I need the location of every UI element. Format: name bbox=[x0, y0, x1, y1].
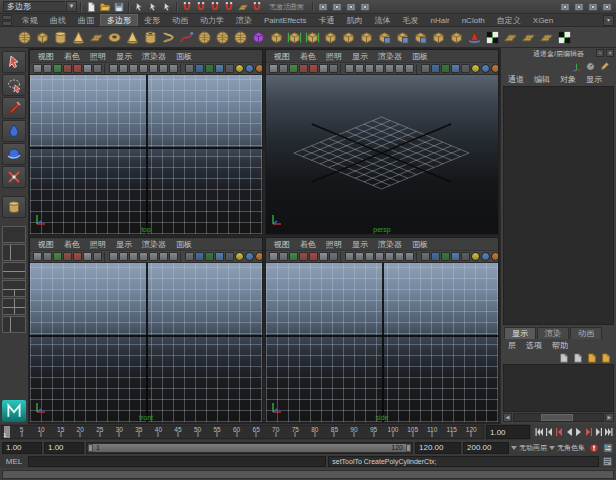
select-camera-icon[interactable] bbox=[269, 64, 278, 73]
ipr-render-icon[interactable] bbox=[344, 0, 357, 13]
scale-tool[interactable] bbox=[2, 166, 26, 188]
viewport-menu-面板[interactable]: 面板 bbox=[407, 239, 433, 250]
snap-grid-icon[interactable] bbox=[180, 0, 193, 13]
scroll-left-icon[interactable]: ◀ bbox=[503, 413, 512, 422]
save-scene-icon[interactable] bbox=[112, 0, 125, 13]
shelf-tab-曲面[interactable]: 曲面 bbox=[72, 14, 100, 26]
grease-pencil-icon[interactable] bbox=[93, 252, 102, 261]
status-separator[interactable] bbox=[310, 1, 315, 13]
shelf-options-icon[interactable]: ▾ bbox=[603, 15, 614, 26]
viewport-canvas-top[interactable]: top bbox=[30, 75, 262, 234]
time-slider[interactable]: 1 51015202530354045505560657075808590951… bbox=[1, 425, 484, 439]
smooth-shade-icon[interactable] bbox=[119, 252, 128, 261]
multisample-icon[interactable] bbox=[421, 252, 430, 261]
command-input[interactable] bbox=[28, 456, 326, 467]
empty-layer-icon[interactable] bbox=[571, 351, 584, 364]
select-hierarchy-icon[interactable] bbox=[132, 0, 145, 13]
lock-camera-icon[interactable] bbox=[279, 64, 288, 73]
three-pane-layout[interactable] bbox=[2, 280, 26, 297]
polygon-plane-icon[interactable] bbox=[88, 29, 105, 46]
viewport-menu-着色[interactable]: 着色 bbox=[59, 51, 85, 62]
viewport-menu-视图[interactable]: 视图 bbox=[33, 51, 59, 62]
script-editor-icon[interactable] bbox=[601, 455, 614, 468]
bookmark-icon[interactable] bbox=[63, 252, 72, 261]
wireframe-icon[interactable] bbox=[345, 64, 354, 73]
shelf-tab-肌肉[interactable]: 肌肉 bbox=[341, 14, 369, 26]
go-to-start-button[interactable] bbox=[534, 426, 543, 438]
exposure-icon[interactable] bbox=[481, 252, 490, 261]
channel-box-menu-通道[interactable]: 通道 bbox=[503, 74, 529, 85]
viewport-menu-显示[interactable]: 显示 bbox=[111, 51, 137, 62]
2d-pan-zoom-icon[interactable] bbox=[83, 64, 92, 73]
current-time-field[interactable]: 1.00 bbox=[486, 425, 530, 439]
lasso-tool[interactable] bbox=[2, 74, 26, 96]
layer-menu-选项[interactable]: 选项 bbox=[521, 340, 547, 351]
playback-end-field[interactable]: 120.00 bbox=[415, 442, 461, 454]
resolution-gate-icon[interactable] bbox=[451, 252, 460, 261]
viewport-pane-front[interactable]: 视图着色照明显示渲染器面板front bbox=[29, 237, 263, 423]
move-layer-icon[interactable] bbox=[557, 351, 570, 364]
exposure-icon[interactable] bbox=[245, 64, 254, 73]
shadows-icon[interactable] bbox=[149, 252, 158, 261]
boolean-intersection-icon[interactable] bbox=[412, 29, 429, 46]
camera-attributes-icon[interactable] bbox=[53, 252, 62, 261]
step-forward-frame-button[interactable] bbox=[594, 426, 603, 438]
outliner-persp-layout[interactable] bbox=[2, 316, 26, 333]
channel-box-menu-显示[interactable]: 显示 bbox=[581, 74, 607, 85]
shelf-tab-渲染[interactable]: 渲染 bbox=[230, 14, 258, 26]
menu-set-arrow-icon[interactable]: ▼ bbox=[66, 1, 77, 12]
mirror-geometry-icon[interactable] bbox=[484, 29, 501, 46]
open-scene-icon[interactable] bbox=[98, 0, 111, 13]
poly-cylinder-tool[interactable] bbox=[2, 196, 26, 218]
viewport-menu-渲染器[interactable]: 渲染器 bbox=[373, 239, 407, 250]
viewport-pane-persp[interactable]: 视图着色照明显示渲染器面板persp bbox=[265, 49, 499, 235]
smooth-shade-icon[interactable] bbox=[119, 64, 128, 73]
viewport-menu-显示[interactable]: 显示 bbox=[111, 239, 137, 250]
2d-pan-zoom-icon[interactable] bbox=[319, 64, 328, 73]
xray-icon[interactable] bbox=[441, 64, 450, 73]
shadows-icon[interactable] bbox=[385, 252, 394, 261]
image-plane-icon[interactable] bbox=[73, 64, 82, 73]
separate-icon[interactable] bbox=[304, 29, 321, 46]
field-chart-icon[interactable] bbox=[471, 64, 480, 73]
multisample-icon[interactable] bbox=[185, 64, 194, 73]
boolean-union-icon[interactable] bbox=[376, 29, 393, 46]
layer-menu-帮助[interactable]: 帮助 bbox=[547, 340, 573, 351]
close-icon[interactable]: × bbox=[606, 49, 614, 57]
ambient-occlusion-icon[interactable] bbox=[159, 252, 168, 261]
viewport-pane-side[interactable]: 视图着色照明显示渲染器面板side bbox=[265, 237, 499, 423]
textured-icon[interactable] bbox=[365, 64, 374, 73]
shelf-tab-nCloth[interactable]: nCloth bbox=[456, 14, 491, 26]
uv-planar-mapping-icon[interactable] bbox=[502, 29, 519, 46]
speed-state-icon[interactable] bbox=[584, 60, 597, 73]
resolution-gate-icon[interactable] bbox=[215, 64, 224, 73]
layer-tab-动画[interactable]: 动画 bbox=[570, 327, 602, 339]
2d-pan-zoom-icon[interactable] bbox=[83, 252, 92, 261]
isolate-select-icon[interactable] bbox=[431, 64, 440, 73]
add-divisions-icon[interactable] bbox=[214, 29, 231, 46]
bookmark-icon[interactable] bbox=[63, 64, 72, 73]
step-back-frame-button[interactable] bbox=[544, 426, 553, 438]
camera-attributes-icon[interactable] bbox=[53, 64, 62, 73]
gate-mask-icon[interactable] bbox=[225, 64, 234, 73]
gamma-icon[interactable] bbox=[491, 64, 498, 73]
step-back-key-button[interactable] bbox=[554, 426, 563, 438]
use-all-lights-icon[interactable] bbox=[139, 252, 148, 261]
lock-camera-icon[interactable] bbox=[43, 64, 52, 73]
select-component-icon[interactable] bbox=[160, 0, 173, 13]
viewport-menu-视图[interactable]: 视图 bbox=[269, 51, 295, 62]
scrollbar-track[interactable] bbox=[513, 413, 604, 422]
camera-attributes-icon[interactable] bbox=[289, 252, 298, 261]
menu-set-selector[interactable]: 多边形 bbox=[3, 1, 65, 12]
channel-box-list[interactable] bbox=[503, 86, 614, 325]
smooth-shade-icon[interactable] bbox=[355, 252, 364, 261]
play-backwards-button[interactable] bbox=[564, 426, 573, 438]
viewport-menu-渲染器[interactable]: 渲染器 bbox=[137, 51, 171, 62]
smooth-mesh-icon[interactable] bbox=[196, 29, 213, 46]
select-camera-icon[interactable] bbox=[269, 252, 278, 261]
range-slider-track[interactable]: 1 120 bbox=[86, 442, 413, 454]
bookmark-icon[interactable] bbox=[299, 252, 308, 261]
viewport-menu-视图[interactable]: 视图 bbox=[33, 239, 59, 250]
gamma-icon[interactable] bbox=[255, 252, 262, 261]
go-to-end-button[interactable] bbox=[604, 426, 613, 438]
